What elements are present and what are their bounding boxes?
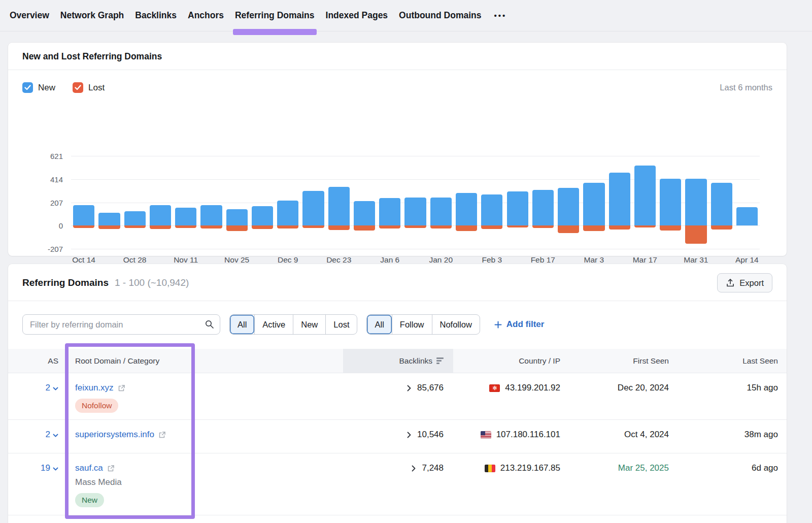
- column-header-backlinks[interactable]: Backlinks: [343, 349, 453, 373]
- chart-bar-new[interactable]: [685, 179, 706, 225]
- domain-link[interactable]: feixun.xyz: [75, 381, 125, 395]
- chart-bar-new[interactable]: [73, 205, 94, 225]
- chart-bar-new[interactable]: [379, 198, 400, 225]
- domain-filter-input[interactable]: [22, 314, 220, 335]
- chart-bar-lost[interactable]: [456, 225, 477, 231]
- follow-filter-follow[interactable]: Follow: [392, 315, 432, 334]
- chart-bar-lost[interactable]: [277, 225, 298, 228]
- tab-outbound-domains[interactable]: Outbound Domains: [393, 0, 487, 31]
- chart-bar-lost[interactable]: [226, 225, 248, 231]
- column-header-root-domain[interactable]: Root Domain / Category: [64, 349, 343, 373]
- chart-bar-lost[interactable]: [685, 225, 706, 244]
- chart-bar-new[interactable]: [711, 183, 732, 225]
- chart-bar-lost[interactable]: [302, 225, 324, 228]
- chart-bar-new[interactable]: [98, 213, 120, 225]
- chart-bar-lost[interactable]: [98, 225, 120, 229]
- chart-bar-lost[interactable]: [583, 225, 604, 231]
- status-filter-new[interactable]: New: [293, 315, 325, 334]
- chart-bar-new[interactable]: [328, 187, 350, 225]
- external-link-icon[interactable]: [118, 384, 125, 392]
- chart-bar-lost[interactable]: [379, 225, 400, 228]
- chevron-right-icon[interactable]: [407, 432, 411, 438]
- status-filter-lost[interactable]: Lost: [325, 315, 357, 334]
- chart-bar-lost[interactable]: [430, 225, 452, 228]
- more-tabs-icon[interactable]: •••: [487, 0, 514, 31]
- table-card-header: Referring Domains 1 - 100 (~10,942) Expo…: [8, 264, 787, 301]
- chart-bar-new[interactable]: [124, 211, 146, 226]
- chart-bar-lost[interactable]: [609, 225, 630, 230]
- add-filter-button[interactable]: Add filter: [494, 319, 545, 330]
- chart-bar-new[interactable]: [150, 205, 171, 225]
- legend-new-checkbox[interactable]: New: [22, 82, 55, 93]
- chart-bar-new[interactable]: [226, 209, 248, 225]
- chart-bar-new[interactable]: [583, 183, 604, 225]
- as-expander[interactable]: 19: [8, 453, 64, 475]
- legend-lost-checkbox[interactable]: Lost: [73, 82, 105, 93]
- chart-bar-new[interactable]: [481, 194, 502, 225]
- backlinks-count[interactable]: 7,248: [422, 462, 444, 475]
- chart-bar-new[interactable]: [558, 188, 579, 225]
- chart-bar-new[interactable]: [430, 198, 452, 226]
- chart-bar-lost[interactable]: [200, 225, 222, 228]
- chart-bar-new[interactable]: [175, 208, 196, 225]
- chart-bar-lost[interactable]: [73, 225, 94, 228]
- external-link-icon[interactable]: [107, 465, 115, 472]
- chart-bar-lost[interactable]: [354, 225, 375, 231]
- chart-bar-lost[interactable]: [507, 225, 528, 227]
- tab-anchors[interactable]: Anchors: [182, 0, 229, 31]
- chart-bar-lost[interactable]: [175, 225, 196, 228]
- status-filter-active[interactable]: Active: [254, 315, 293, 334]
- chart-bar-new[interactable]: [252, 206, 273, 225]
- search-icon[interactable]: [205, 319, 214, 331]
- as-expander[interactable]: 2: [8, 420, 64, 441]
- chart-bar-lost[interactable]: [481, 225, 502, 229]
- backlinks-count[interactable]: 10,546: [417, 428, 444, 441]
- column-header-first-seen[interactable]: First Seen: [560, 349, 669, 373]
- chart-bar-lost[interactable]: [532, 225, 554, 228]
- column-header-country-ip[interactable]: Country / IP: [453, 349, 560, 373]
- chevron-right-icon[interactable]: [412, 465, 416, 472]
- column-header-last-seen[interactable]: Last Seen: [669, 349, 778, 373]
- tab-network-graph[interactable]: Network Graph: [55, 0, 129, 31]
- chart-bar-lost[interactable]: [634, 225, 656, 227]
- column-header-as[interactable]: AS: [8, 349, 64, 373]
- domain-link[interactable]: superiorsystems.info: [75, 428, 166, 441]
- tab-overview[interactable]: Overview: [4, 0, 55, 31]
- chart-bar-new[interactable]: [736, 207, 758, 226]
- follow-filter-all[interactable]: All: [367, 315, 391, 334]
- chart-bar-new[interactable]: [404, 198, 426, 226]
- backlinks-count[interactable]: 85,676: [417, 381, 444, 395]
- chart-bar-new[interactable]: [200, 205, 222, 225]
- chart-bar-lost[interactable]: [558, 225, 579, 233]
- chart-bar-new[interactable]: [507, 191, 528, 225]
- chart-bar-lost[interactable]: [124, 225, 146, 228]
- checkbox-new-icon[interactable]: [22, 82, 33, 93]
- chart-bar-new[interactable]: [660, 179, 681, 225]
- external-link-icon[interactable]: [158, 431, 166, 439]
- add-filter-label: Add filter: [506, 319, 545, 330]
- chart-bar-lost[interactable]: [660, 225, 681, 230]
- chart-bar-new[interactable]: [609, 173, 630, 225]
- chart-bar-lost[interactable]: [252, 225, 273, 229]
- chart-bar-lost[interactable]: [711, 225, 732, 229]
- export-button[interactable]: Export: [717, 273, 772, 292]
- follow-filter-nofollow[interactable]: Nofollow: [432, 315, 480, 334]
- chart-bar-new[interactable]: [354, 201, 375, 226]
- chart-bar-lost[interactable]: [404, 225, 426, 228]
- tab-backlinks[interactable]: Backlinks: [129, 0, 182, 31]
- sort-descending-icon[interactable]: [436, 357, 444, 364]
- tab-indexed-pages[interactable]: Indexed Pages: [320, 0, 394, 31]
- chevron-right-icon[interactable]: [407, 385, 411, 391]
- chart-bar-lost[interactable]: [328, 225, 350, 230]
- chart-bar-new[interactable]: [634, 166, 656, 225]
- chart-bar-new[interactable]: [277, 201, 298, 225]
- checkbox-lost-icon[interactable]: [73, 82, 83, 93]
- status-filter-all[interactable]: All: [230, 315, 254, 334]
- chart-bar-new[interactable]: [456, 193, 477, 225]
- chart-bar-new[interactable]: [302, 191, 324, 225]
- chart-bar-lost[interactable]: [150, 225, 171, 229]
- tab-referring-domains[interactable]: Referring Domains: [229, 0, 320, 31]
- domain-link[interactable]: sauf.ca: [75, 462, 115, 475]
- as-expander[interactable]: 2: [8, 373, 64, 395]
- chart-bar-new[interactable]: [532, 190, 554, 226]
